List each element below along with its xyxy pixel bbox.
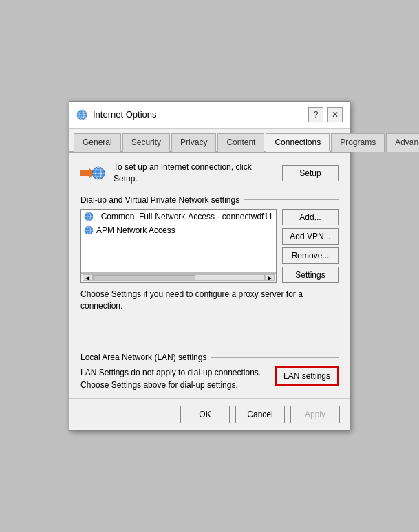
list-item[interactable]: _Common_Full-Network-Access - connectwdf… <box>81 210 276 223</box>
title-bar: Internet Options ? ✕ <box>69 102 350 129</box>
cancel-button[interactable]: Cancel <box>235 406 285 423</box>
lan-section: Local Area Network (LAN) settings LAN Se… <box>80 353 339 391</box>
setup-section: To set up an Internet connection, click … <box>80 161 339 186</box>
setup-description: To set up an Internet connection, click … <box>114 162 274 185</box>
dialup-btn-group: Add... Add VPN... Remove... Settings <box>282 209 339 283</box>
scrollbar-track[interactable] <box>92 274 265 281</box>
setup-globe-icon <box>80 161 105 186</box>
scroll-left[interactable]: ◀ <box>83 274 92 281</box>
apply-button[interactable]: Apply <box>290 406 340 423</box>
dialup-list-area: _Common_Full-Network-Access - connectwdf… <box>80 209 339 283</box>
tab-privacy[interactable]: Privacy <box>171 133 216 152</box>
lan-row: LAN Settings do not apply to dial-up con… <box>80 366 339 391</box>
list-item[interactable]: APM Network Access <box>81 223 276 237</box>
close-button[interactable]: ✕ <box>327 107 343 122</box>
tab-advanced[interactable]: Advanced <box>386 133 419 152</box>
settings-button[interactable]: Settings <box>282 267 339 283</box>
tab-security[interactable]: Security <box>122 133 170 152</box>
add-button[interactable]: Add... <box>282 209 339 225</box>
lan-description: LAN Settings do not apply to dial-up con… <box>80 366 268 391</box>
dialog-title: Internet Options <box>93 109 157 120</box>
dialup-hint: Choose Settings if you need to configure… <box>80 289 339 312</box>
tab-connections[interactable]: Connections <box>266 133 330 152</box>
remove-button[interactable]: Remove... <box>282 247 339 264</box>
network-icon-2 <box>84 225 94 235</box>
network-icon-1 <box>84 212 94 221</box>
dialup-section-header: Dial-up and Virtual Private Network sett… <box>80 195 339 205</box>
setup-button[interactable]: Setup <box>282 165 339 181</box>
title-bar-controls: ? ✕ <box>308 107 343 122</box>
internet-options-dialog: Internet Options ? ✕ General Security Pr… <box>69 101 350 432</box>
tab-content-area: To set up an Internet connection, click … <box>69 153 350 399</box>
dialup-list[interactable]: _Common_Full-Network-Access - connectwdf… <box>81 210 276 273</box>
footer: OK Cancel Apply <box>69 398 350 430</box>
tabs-bar: General Security Privacy Content Connect… <box>69 129 350 153</box>
tab-general[interactable]: General <box>74 133 121 152</box>
title-bar-left: Internet Options <box>76 109 157 120</box>
horizontal-scrollbar[interactable]: ◀ ▶ <box>81 273 276 282</box>
tab-programs[interactable]: Programs <box>331 133 385 152</box>
dialog-icon <box>76 109 87 120</box>
scrollbar-thumb[interactable] <box>93 275 195 280</box>
help-button[interactable]: ? <box>308 107 323 122</box>
scroll-right[interactable]: ▶ <box>265 274 275 281</box>
lan-section-header: Local Area Network (LAN) settings <box>80 353 339 362</box>
tab-content[interactable]: Content <box>217 133 264 152</box>
ok-button[interactable]: OK <box>180 406 230 423</box>
lan-settings-button[interactable]: LAN settings <box>275 366 339 386</box>
add-vpn-button[interactable]: Add VPN... <box>282 228 339 245</box>
